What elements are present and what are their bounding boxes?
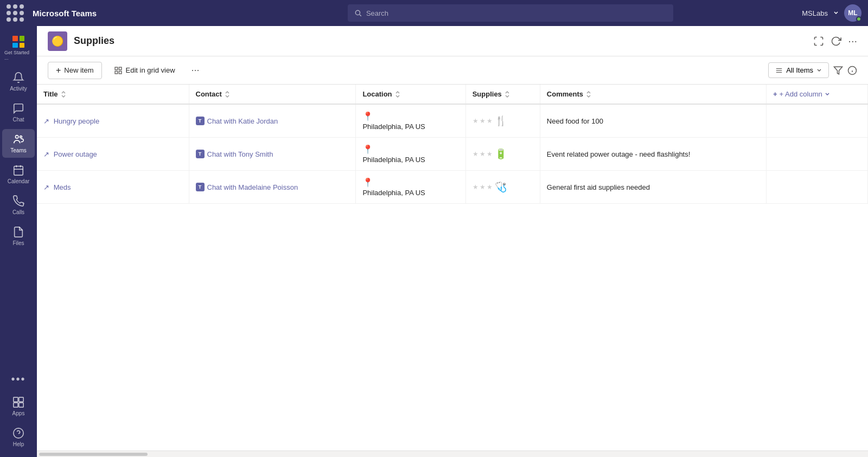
sidebar-label-help: Help [13,441,24,447]
svg-line-1 [360,15,361,16]
search-input[interactable] [366,9,667,17]
phone-icon [12,195,24,207]
row2-contact[interactable]: Chat with Tony Smith [207,150,273,158]
svg-marker-21 [834,67,843,74]
svg-point-12 [14,428,23,438]
topbar: Microsoft Teams MSLabs ML [0,0,868,26]
info-icon[interactable] [847,66,857,75]
sort-supplies-icon [504,91,510,98]
row3-contact[interactable]: Chat with Madelaine Poisson [207,183,298,191]
cell-supplies-2: ★ ★ ★ 🔋 [465,138,540,171]
sort-title-icon [60,91,67,98]
funnel-icon[interactable] [833,66,843,75]
apps-icon [12,396,24,408]
sidebar-item-teams[interactable]: Teams [2,129,35,158]
row2-title[interactable]: Power outage [54,150,97,158]
search-bar[interactable] [348,4,673,22]
sidebar-label-calls: Calls [12,209,24,215]
scrollbar-thumb[interactable] [39,453,148,456]
table-header-row: Title Contact Location [37,85,868,104]
cell-comments-1: Need food for 100 [540,104,766,138]
sidebar-item-chat[interactable]: Chat [2,98,35,127]
cell-extra-2 [767,138,868,171]
cell-contact-3: T Chat with Madelaine Poisson [189,171,356,204]
row3-title[interactable]: Meds [54,183,71,191]
cell-location-3: 📍 Philadelphia, PA US [356,171,465,204]
plus-col-icon: + [773,90,777,98]
row1-contact[interactable]: Chat with Katie Jordan [207,117,278,125]
new-item-button[interactable]: + New item [48,62,102,79]
col-header-location[interactable]: Location [356,85,465,104]
row2-location: Philadelphia, PA US [362,156,458,164]
col-header-contact[interactable]: Contact [189,85,356,104]
grid-icon [114,66,123,75]
sidebar-label-get-started: Get Started ... [4,50,33,61]
filter-label: All Items [786,66,813,74]
toolbar-right: All Items [768,62,857,78]
sidebar-item-calendar[interactable]: Calendar [2,160,35,189]
refresh-icon[interactable] [831,36,841,47]
app-icon: 🟡 [48,31,67,51]
avatar[interactable]: ML [844,4,861,22]
svg-rect-17 [119,71,122,74]
horizontal-scrollbar[interactable] [37,450,868,457]
sidebar-label-calendar: Calendar [8,178,30,184]
edit-grid-button[interactable]: Edit in grid view [106,63,183,78]
bell-icon [12,72,24,83]
app-header: 🟡 Supplies ··· [37,26,868,56]
sidebar-item-files[interactable]: Files [2,222,35,250]
user-label[interactable]: MSLabs [802,9,828,17]
files-icon [12,226,24,238]
toolbar-more-button[interactable]: ··· [187,62,204,78]
sidebar-item-apps[interactable]: Apps [2,392,35,421]
supply-stars-2: ★ ★ ★ [473,150,493,158]
cell-comments-2: Event related power outage - need flashl… [540,138,766,171]
cell-supplies-1: ★ ★ ★ 🍴 [465,104,540,138]
chevron-down-icon [833,10,839,16]
sidebar-item-more[interactable]: ••• [2,369,35,390]
toolbar: + New item Edit in grid view ··· All Ite… [37,56,868,85]
cell-title-2[interactable]: ↗ Power outage [37,138,189,171]
col-header-title[interactable]: Title [37,85,189,104]
sidebar-item-activity[interactable]: Activity [2,67,35,96]
row2-comments: Event related power outage - need flashl… [547,150,691,158]
col-header-supplies[interactable]: Supplies [465,85,540,104]
sidebar-item-help[interactable]: Help [2,423,35,452]
filter-button[interactable]: All Items [768,62,829,78]
edit-grid-label: Edit in grid view [126,66,175,74]
sidebar-label-chat: Chat [12,117,24,123]
supply-stars-3: ★ ★ ★ [473,183,493,191]
supplies-table: Title Contact Location [37,85,868,204]
content-area: 🟡 Supplies ··· + New item Edit in grid v… [37,26,868,457]
app-launcher[interactable] [7,4,24,22]
help-icon [12,427,24,439]
cell-location-2: 📍 Philadelphia, PA US [356,138,465,171]
col-header-comments[interactable]: Comments [540,85,766,104]
sidebar-item-get-started[interactable]: Get Started ... [2,31,35,65]
avatar-initials: ML [848,9,857,17]
cell-extra-1 [767,104,868,138]
expand-icon-3[interactable]: ↗ [43,183,49,191]
sort-comments-icon [585,91,592,98]
svg-rect-14 [115,67,118,70]
cell-comments-3: General first aid supplies needed [540,171,766,204]
col-header-add[interactable]: + + Add column [767,85,868,104]
cell-title-3[interactable]: ↗ Meds [37,171,189,204]
cell-title-1[interactable]: ↗ Hungry people [37,104,189,138]
app-name: Microsoft Teams [33,9,97,18]
supply-icon-2: 🔋 [495,148,507,160]
more-actions-icon[interactable]: ··· [848,35,857,47]
row3-comments: General first aid supplies needed [547,183,650,191]
plus-icon: + [56,66,61,75]
supply-icon-1: 🍴 [495,115,507,127]
svg-rect-10 [14,403,18,407]
expand-icon-1[interactable]: ↗ [43,117,49,125]
row1-title[interactable]: Hungry people [54,117,100,125]
sidebar-item-calls[interactable]: Calls [2,191,35,220]
expand-icon-2[interactable]: ↗ [43,150,49,158]
toolbar-more-icon: ··· [192,65,200,75]
main-layout: Get Started ... Activity Chat Teams Cale… [0,26,868,457]
svg-rect-9 [19,397,23,402]
minimize-icon[interactable] [813,36,824,47]
svg-point-2 [16,136,19,139]
